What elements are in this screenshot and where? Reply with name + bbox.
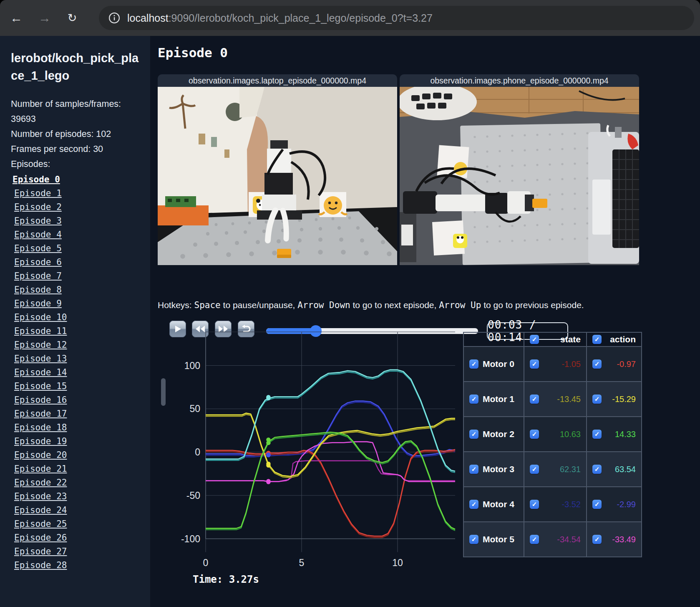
episode-link-episode-11[interactable]: Episode 11: [14, 324, 150, 338]
checkbox-icon[interactable]: ✓: [469, 359, 478, 369]
episode-link-episode-5[interactable]: Episode 5: [14, 242, 150, 255]
state-cell: ✓62.31: [524, 452, 587, 487]
svg-text:0: 0: [195, 447, 200, 458]
motor-name-cell: ✓Motor 4: [463, 487, 524, 522]
episode-link-episode-15[interactable]: Episode 15: [14, 379, 150, 393]
browser-toolbar: ← → ↻ localhost:9090/lerobot/koch_pick_p…: [0, 0, 700, 36]
checkbox-icon[interactable]: ✓: [530, 500, 539, 509]
video-panel-phone[interactable]: observation.images.phone_episode_000000.…: [400, 74, 639, 265]
url-bar[interactable]: localhost:9090/lerobot/koch_pick_place_1…: [99, 6, 694, 30]
checkbox-icon[interactable]: ✓: [592, 500, 602, 509]
episode-link-episode-28[interactable]: Episode 28: [14, 559, 150, 572]
checkbox-icon[interactable]: ✓: [469, 395, 478, 404]
checkbox-icon[interactable]: ✓: [592, 535, 602, 544]
motor-table: ✓state✓action✓Motor 0✓-1.05✓-0.97✓Motor …: [463, 332, 642, 557]
episode-link-episode-2[interactable]: Episode 2: [14, 200, 150, 214]
checkbox-icon[interactable]: ✓: [592, 430, 602, 439]
action-value: -2.99: [617, 500, 636, 509]
seek-slider-thumb[interactable]: [310, 325, 322, 337]
motor-name: Motor 3: [483, 464, 514, 474]
episode-link-episode-23[interactable]: Episode 23: [14, 490, 150, 503]
fast-forward-button[interactable]: [215, 321, 232, 337]
url-text[interactable]: localhost:9090/lerobot/koch_pick_place_1…: [127, 12, 433, 24]
column-label-state: state: [560, 334, 581, 344]
state-value: -3.52: [562, 500, 581, 509]
episodes-heading: Episodes:: [11, 157, 136, 172]
dataset-title: lerobot/koch_pick_place_1_lego: [11, 49, 139, 84]
episode-link-episode-18[interactable]: Episode 18: [14, 421, 150, 435]
chart-time-label: Time: 3.27s: [193, 574, 259, 585]
episode-link-episode-12[interactable]: Episode 12: [14, 338, 150, 352]
checkbox-icon[interactable]: ✓: [530, 359, 539, 369]
action-cell: ✓-33.49: [587, 522, 642, 557]
episode-link-episode-22[interactable]: Episode 22: [14, 476, 150, 490]
episode-link-episode-14[interactable]: Episode 14: [14, 366, 150, 379]
info-icon[interactable]: [108, 12, 121, 24]
action-value: -33.49: [612, 535, 636, 544]
sidebar: lerobot/koch_pick_place_1_lego Number of…: [0, 36, 150, 607]
episode-link-episode-21[interactable]: Episode 21: [14, 462, 150, 476]
episode-link-episode-0[interactable]: Episode 0: [13, 173, 150, 187]
episode-link-episode-26[interactable]: Episode 26: [14, 531, 150, 545]
svg-text:5: 5: [299, 557, 305, 568]
hotkeys-help: Hotkeys: Space to pause/unpause, Arrow D…: [158, 300, 584, 310]
checkbox-icon[interactable]: ✓: [592, 465, 602, 474]
hotkey-arrow-down: Arrow Down: [297, 300, 350, 310]
motor-name: Motor 2: [483, 429, 514, 439]
action-cell: ✓14.33: [587, 417, 642, 452]
episode-link-episode-24[interactable]: Episode 24: [14, 503, 150, 517]
checkbox-icon[interactable]: ✓: [530, 335, 539, 344]
action-value: -0.97: [617, 359, 636, 369]
svg-text:-100: -100: [181, 534, 200, 544]
motor-name-cell: ✓Motor 0: [463, 346, 524, 382]
rewind-button[interactable]: [192, 321, 209, 337]
video-panel-laptop[interactable]: observation.images.laptop_episode_000000…: [158, 74, 397, 265]
motor-name: Motor 1: [483, 394, 514, 404]
video-caption-laptop: observation.images.laptop_episode_000000…: [158, 74, 397, 87]
episode-link-episode-25[interactable]: Episode 25: [14, 517, 150, 531]
state-value: -1.05: [562, 359, 581, 369]
episode-link-episode-13[interactable]: Episode 13: [14, 352, 150, 366]
state-cell: ✓-34.54: [524, 522, 587, 557]
checkbox-icon[interactable]: ✓: [469, 535, 478, 544]
checkbox-icon[interactable]: ✓: [592, 359, 602, 369]
checkbox-icon[interactable]: ✓: [469, 500, 478, 509]
motor-name: Motor 4: [483, 499, 514, 509]
checkbox-icon[interactable]: ✓: [530, 430, 539, 439]
checkbox-icon[interactable]: ✓: [469, 430, 478, 439]
checkbox-icon[interactable]: ✓: [592, 395, 602, 404]
scrollbar-thumb[interactable]: [161, 378, 166, 406]
episode-link-episode-27[interactable]: Episode 27: [14, 545, 150, 559]
episode-link-episode-7[interactable]: Episode 7: [14, 269, 150, 283]
forward-icon[interactable]: →: [38, 11, 52, 25]
seek-slider[interactable]: [266, 328, 478, 334]
motor-name: Motor 0: [483, 359, 514, 369]
checkbox-icon[interactable]: ✓: [530, 535, 539, 544]
state-cell: ✓-1.05: [524, 346, 587, 382]
episode-link-episode-8[interactable]: Episode 8: [14, 283, 150, 297]
episode-link-episode-1[interactable]: Episode 1: [14, 187, 150, 200]
play-button[interactable]: [169, 321, 186, 337]
motor-name-cell: ✓Motor 1: [463, 382, 524, 417]
episode-link-episode-19[interactable]: Episode 19: [14, 435, 150, 448]
checkbox-icon[interactable]: ✓: [530, 465, 539, 474]
back-icon[interactable]: ←: [9, 11, 23, 25]
rewind-icon: [195, 325, 205, 333]
episode-list: Episode 0Episode 1Episode 2Episode 3Epis…: [14, 173, 150, 572]
checkbox-icon[interactable]: ✓: [592, 335, 602, 344]
checkbox-icon[interactable]: ✓: [469, 465, 478, 474]
episode-link-episode-4[interactable]: Episode 4: [14, 228, 150, 242]
episode-link-episode-3[interactable]: Episode 3: [14, 214, 150, 228]
action-cell: ✓-2.99: [587, 487, 642, 522]
video-frame-laptop: [158, 87, 397, 265]
episode-link-episode-20[interactable]: Episode 20: [14, 448, 150, 462]
checkbox-icon[interactable]: ✓: [530, 395, 539, 404]
episode-link-episode-16[interactable]: Episode 16: [14, 393, 150, 407]
episode-link-episode-9[interactable]: Episode 9: [14, 297, 150, 311]
episode-link-episode-10[interactable]: Episode 10: [14, 311, 150, 324]
loop-button[interactable]: [238, 321, 254, 337]
episode-link-episode-6[interactable]: Episode 6: [14, 255, 150, 269]
episode-link-episode-17[interactable]: Episode 17: [14, 407, 150, 421]
reload-icon[interactable]: ↻: [65, 11, 79, 25]
svg-text:10: 10: [392, 557, 403, 568]
